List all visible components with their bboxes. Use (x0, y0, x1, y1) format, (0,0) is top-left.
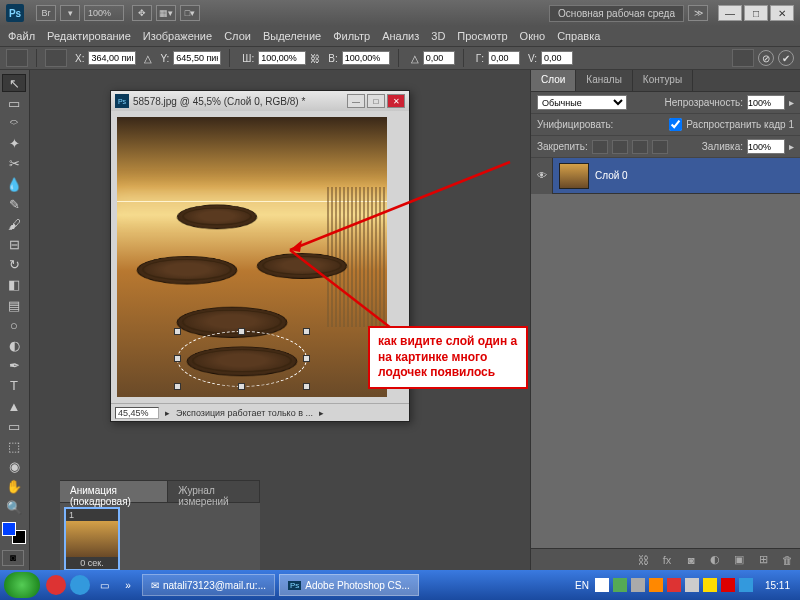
transform-handle[interactable] (238, 328, 245, 335)
h-input[interactable] (342, 51, 390, 65)
transform-handle[interactable] (303, 383, 310, 390)
tray-icon[interactable] (667, 578, 681, 592)
crop-tool[interactable]: ✂ (2, 155, 26, 173)
opacity-input[interactable] (747, 95, 785, 110)
layer-fx-icon[interactable]: fx (658, 552, 676, 568)
window-maximize[interactable]: □ (744, 5, 768, 21)
layer-row[interactable]: 👁 Слой 0 (531, 158, 800, 194)
document-zoom[interactable]: 45,45% (115, 407, 159, 419)
taskbar-clock[interactable]: 15:11 (759, 580, 796, 591)
x-input[interactable] (88, 51, 136, 65)
tray-icon[interactable] (685, 578, 699, 592)
menu-analysis[interactable]: Анализ (382, 30, 419, 42)
blur-tool[interactable]: ○ (2, 316, 26, 334)
adjustment-layer-icon[interactable]: ◐ (706, 552, 724, 568)
bridge-button[interactable]: Br (36, 5, 56, 21)
menu-select[interactable]: Выделение (263, 30, 321, 42)
gradient-tool[interactable]: ▤ (2, 296, 26, 314)
transform-handle[interactable] (238, 383, 245, 390)
tray-icon[interactable] (703, 578, 717, 592)
transform-handle[interactable] (174, 328, 181, 335)
tab-measurement-log[interactable]: Журнал измерений (168, 481, 260, 502)
document-titlebar[interactable]: Ps 58578.jpg @ 45,5% (Слой 0, RGB/8) * —… (111, 91, 409, 111)
skew-h-input[interactable] (488, 51, 520, 65)
canvas[interactable] (117, 117, 387, 397)
eraser-tool[interactable]: ◧ (2, 276, 26, 294)
status-dropdown-icon[interactable]: ▸ (319, 408, 324, 418)
pen-tool[interactable]: ✒ (2, 357, 26, 375)
window-minimize[interactable]: — (718, 5, 742, 21)
quick-mask-toggle[interactable]: ◙ (2, 550, 24, 566)
fill-input[interactable] (747, 139, 785, 154)
document-minimize[interactable]: — (347, 94, 365, 108)
opacity-dropdown-icon[interactable]: ▸ (789, 97, 794, 108)
link-layers-icon[interactable]: ⛓ (634, 552, 652, 568)
lock-transparency-icon[interactable] (592, 140, 608, 154)
quicklaunch-show-desktop[interactable]: ▭ (94, 575, 114, 595)
layer-thumbnail[interactable] (559, 163, 589, 189)
new-layer-icon[interactable]: ⊞ (754, 552, 772, 568)
link-wh-icon[interactable]: ⛓ (310, 53, 320, 64)
menu-view[interactable]: Просмотр (457, 30, 507, 42)
menu-3d[interactable]: 3D (431, 30, 445, 42)
type-tool[interactable]: T (2, 377, 26, 395)
menu-window[interactable]: Окно (520, 30, 546, 42)
workspace-switcher[interactable]: Основная рабочая среда (549, 5, 684, 22)
dodge-tool[interactable]: ◐ (2, 336, 26, 354)
transform-handle[interactable] (303, 328, 310, 335)
foreground-color[interactable] (2, 522, 16, 536)
quicklaunch-opera[interactable] (46, 575, 66, 595)
layer-mask-icon[interactable]: ◙ (682, 552, 700, 568)
y-input[interactable] (173, 51, 221, 65)
language-indicator[interactable]: EN (575, 580, 589, 591)
propagate-frame-checkbox[interactable] (669, 117, 682, 132)
move-tool[interactable]: ↖ (2, 74, 26, 92)
lock-image-icon[interactable] (612, 140, 628, 154)
tab-animation[interactable]: Анимация (покадровая) (60, 481, 168, 502)
status-nav-icon[interactable]: ▸ (165, 408, 170, 418)
tab-channels[interactable]: Каналы (576, 70, 633, 91)
menu-image[interactable]: Изображение (143, 30, 212, 42)
hand-tool[interactable]: ✋ (2, 478, 26, 496)
group-icon[interactable]: ▣ (730, 552, 748, 568)
xy-triangle-icon[interactable]: △ (144, 53, 152, 64)
skew-v-input[interactable] (541, 51, 573, 65)
zoom-level-dropdown[interactable]: 100% (84, 5, 124, 21)
tab-layers[interactable]: Слои (531, 70, 576, 91)
transform-bounding-box[interactable] (177, 331, 307, 387)
lock-all-icon[interactable] (652, 140, 668, 154)
w-input[interactable] (258, 51, 306, 65)
zoom-tool[interactable]: 🔍 (2, 498, 26, 516)
delete-layer-icon[interactable]: 🗑 (778, 552, 796, 568)
marquee-tool[interactable]: ▭ (2, 94, 26, 112)
menu-file[interactable]: Файл (8, 30, 35, 42)
menu-help[interactable]: Справка (557, 30, 600, 42)
magic-wand-tool[interactable]: ✦ (2, 135, 26, 153)
animation-frame[interactable]: 1 0 сек. (64, 507, 120, 570)
color-swatches[interactable] (2, 522, 26, 544)
reference-point-icon[interactable] (45, 49, 67, 67)
tray-icon[interactable] (649, 578, 663, 592)
screen-mode-dropdown[interactable]: □▾ (180, 5, 200, 21)
start-button[interactable] (4, 572, 40, 598)
fill-dropdown-icon[interactable]: ▸ (789, 141, 794, 152)
3d-camera-tool[interactable]: ◉ (2, 458, 26, 476)
shape-tool[interactable]: ▭ (2, 417, 26, 435)
tray-icon[interactable] (613, 578, 627, 592)
window-close[interactable]: ✕ (770, 5, 794, 21)
layer-name[interactable]: Слой 0 (595, 170, 628, 181)
commit-transform[interactable]: ✔ (778, 50, 794, 66)
menu-edit[interactable]: Редактирование (47, 30, 131, 42)
history-brush-tool[interactable]: ↻ (2, 256, 26, 274)
hand-tool-shortcut[interactable]: ✥ (132, 5, 152, 21)
lasso-tool[interactable]: ⌔ (2, 114, 26, 132)
clone-stamp-tool[interactable]: ⊟ (2, 236, 26, 254)
view-mode-dropdown[interactable]: ▦▾ (156, 5, 176, 21)
transform-handle[interactable] (174, 355, 181, 362)
tray-icon[interactable] (739, 578, 753, 592)
3d-tool[interactable]: ⬚ (2, 437, 26, 455)
document-close[interactable]: ✕ (387, 94, 405, 108)
menu-layers[interactable]: Слои (224, 30, 251, 42)
workspace-more[interactable]: ≫ (688, 5, 708, 21)
eyedropper-tool[interactable]: 💧 (2, 175, 26, 193)
